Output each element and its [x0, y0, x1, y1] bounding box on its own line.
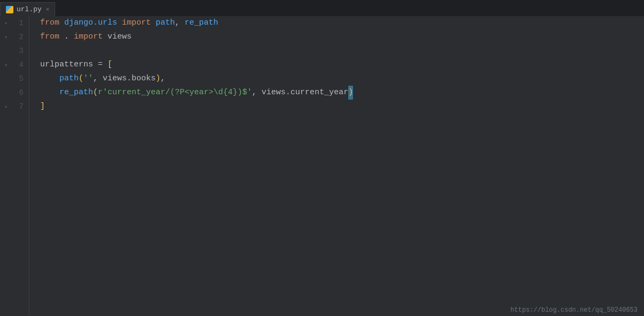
code-line-3: [29, 44, 644, 58]
line-number-5: 5: [0, 72, 29, 86]
tab-close-button[interactable]: ×: [46, 6, 50, 13]
token-kw: import: [117, 16, 156, 30]
fold-indicator[interactable]: ▾: [4, 62, 8, 69]
code-area[interactable]: from django.urls import path, re_pathfro…: [29, 16, 644, 316]
code-line-1: from django.urls import path, re_path: [29, 16, 644, 30]
line-number-6: 6: [0, 86, 29, 100]
token-func: re_path: [40, 86, 93, 100]
token-func: path: [156, 16, 175, 30]
token-func: re_path: [185, 16, 218, 30]
token-punct: ,: [160, 72, 165, 86]
token-kw: import: [74, 30, 108, 44]
footer-url: https://blog.csdn.net/qq_50240653: [504, 304, 644, 316]
token-assign: =: [93, 58, 108, 72]
token-highlighted-paren: ): [348, 86, 353, 100]
token-dot: .: [64, 30, 74, 44]
token-var: urlpatterns: [40, 58, 93, 72]
token-func: path: [40, 72, 79, 86]
tab-url-py[interactable]: url.py ×: [0, 2, 55, 16]
code-line-4: urlpatterns = [: [29, 58, 644, 72]
token-bracket-orange: [: [108, 58, 112, 72]
code-line-5: path('', views.books),: [29, 72, 644, 86]
code-line-2: from . import views: [29, 30, 644, 44]
token-bracket-orange: (: [93, 86, 98, 100]
token-module: django.urls: [64, 16, 117, 30]
token-string: '': [83, 72, 93, 86]
line-number-2: ▾2: [0, 30, 29, 44]
fold-indicator[interactable]: ▾: [4, 20, 8, 27]
token-kw: from: [40, 30, 64, 44]
line-number-1: ▾1: [0, 16, 29, 30]
line-number-4: ▾4: [0, 58, 29, 72]
token-var: views.books: [103, 72, 156, 86]
token-bracket-orange: ]: [40, 100, 45, 114]
token-bracket-orange: ): [156, 72, 160, 86]
token-bracket-orange: (: [79, 72, 83, 86]
code-line-6: re_path(r'current_year/(?P<year>\d{4})$'…: [29, 86, 644, 100]
tab-label: url.py: [17, 5, 42, 13]
gutter: ▾1▾23▾456▾7: [0, 16, 29, 316]
tab-file-icon: [6, 6, 13, 13]
fold-indicator[interactable]: ▾: [4, 103, 8, 110]
fold-indicator[interactable]: ▾: [4, 34, 8, 41]
token-punct: ,: [175, 16, 185, 30]
token-string-r: r'current_year/(?P<year>\d{4})$': [98, 86, 252, 100]
code-line-7: ]: [29, 100, 644, 114]
token-kw: from: [40, 16, 64, 30]
editor-area: ▾1▾23▾456▾7 from django.urls import path…: [0, 16, 644, 316]
token-punct: ,: [252, 86, 262, 100]
token-punct: ,: [93, 72, 103, 86]
line-number-3: 3: [0, 44, 29, 58]
token-var: views: [108, 30, 132, 44]
line-number-7: ▾7: [0, 100, 29, 114]
tab-bar: url.py ×: [0, 0, 644, 16]
token-var: views.current_year: [262, 86, 348, 100]
